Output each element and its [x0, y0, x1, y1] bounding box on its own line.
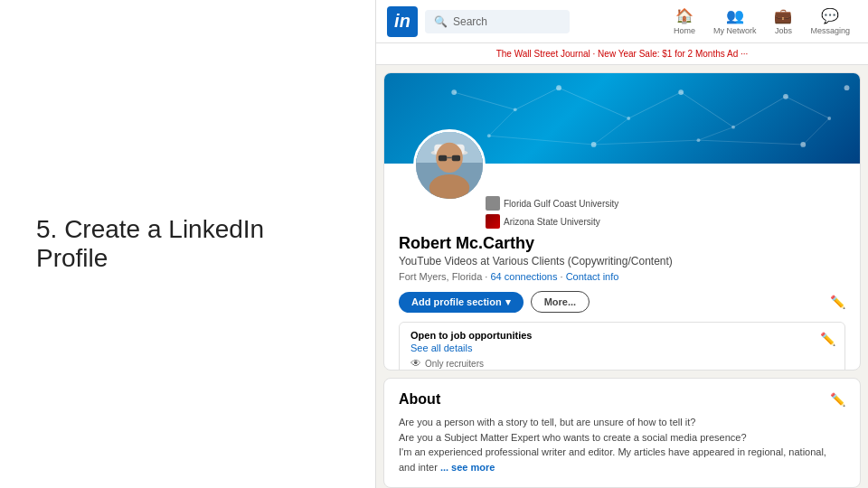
- slide-title: 5. Create a LinkedIn Profile: [36, 215, 339, 273]
- about-line-2: Are you a Subject Matter Expert who want…: [399, 432, 747, 443]
- open-to-work-section: ✏️ Open to job opportunities See all det…: [399, 322, 845, 371]
- svg-line-22: [698, 140, 803, 145]
- profile-name: Robert Mc.Carthy: [399, 234, 845, 253]
- nav-jobs[interactable]: 💼 Jobs: [767, 4, 799, 39]
- more-label: More...: [544, 296, 576, 307]
- fgcu-logo: [486, 196, 500, 211]
- add-section-label: Add profile section: [411, 296, 502, 307]
- asu-name: Arizona State University: [504, 217, 600, 227]
- otw-title: Open to job opportunities: [410, 330, 834, 341]
- svg-point-8: [844, 86, 850, 91]
- ad-banner: The Wall Street Journal · New Year Sale:…: [376, 43, 868, 65]
- svg-line-16: [628, 92, 681, 118]
- profile-top-row: Florida Gulf Coast University Arizona St…: [384, 164, 860, 229]
- nav-home-label: Home: [674, 26, 695, 35]
- search-placeholder: Search: [453, 15, 487, 28]
- location-text: Fort Myers, Florida: [399, 271, 482, 282]
- fgcu-name: Florida Gulf Coast University: [504, 199, 618, 209]
- more-button[interactable]: More...: [531, 291, 590, 313]
- svg-line-19: [786, 97, 829, 118]
- svg-line-13: [454, 92, 515, 109]
- left-panel: 5. Create a LinkedIn Profile: [0, 0, 375, 488]
- ad-banner-text: The Wall Street Journal · New Year Sale:…: [496, 49, 749, 59]
- profile-location: Fort Myers, Florida · 64 connections · C…: [399, 271, 845, 282]
- avatar-image: [416, 132, 483, 199]
- jobs-icon: 💼: [774, 7, 792, 24]
- svg-rect-33: [452, 155, 460, 161]
- profile-card: Florida Gulf Coast University Arizona St…: [383, 72, 861, 371]
- contact-info-link[interactable]: Contact info: [566, 271, 619, 282]
- otw-edit-icon[interactable]: ✏️: [820, 332, 835, 346]
- dropdown-icon: ▾: [505, 296, 511, 308]
- connections-link[interactable]: 64 connections: [490, 271, 557, 282]
- add-profile-section-button[interactable]: Add profile section ▾: [399, 292, 524, 313]
- eye-icon: 👁: [410, 357, 421, 370]
- linkedin-logo: in: [387, 6, 418, 37]
- svg-line-17: [681, 92, 733, 127]
- otw-visibility: 👁 Only recruiters: [410, 357, 834, 370]
- about-content: Are you a person with a story to tell, b…: [399, 415, 845, 474]
- svg-line-20: [489, 136, 594, 145]
- svg-line-18: [733, 97, 786, 127]
- search-bar[interactable]: 🔍 Search: [425, 10, 570, 33]
- svg-line-25: [698, 127, 733, 140]
- nav-network-label: My Network: [713, 26, 757, 35]
- nav-home[interactable]: 🏠 Home: [666, 4, 703, 39]
- nav-jobs-label: Jobs: [775, 26, 792, 35]
- profile-education: Florida Gulf Coast University Arizona St…: [486, 196, 630, 229]
- nav-messaging[interactable]: 💬 Messaging: [803, 4, 857, 39]
- linkedin-nav: in 🔍 Search 🏠 Home 👥 My Network 💼 Jobs 💬…: [376, 0, 868, 43]
- svg-rect-32: [439, 155, 447, 161]
- linkedin-screenshot: in 🔍 Search 🏠 Home 👥 My Network 💼 Jobs 💬…: [375, 0, 868, 488]
- svg-line-23: [489, 110, 515, 136]
- svg-line-24: [594, 118, 629, 145]
- svg-point-0: [451, 89, 457, 95]
- see-all-details-link[interactable]: See all details: [410, 343, 834, 353]
- about-card: About ✏️ Are you a person with a story t…: [383, 378, 861, 488]
- nav-network[interactable]: 👥 My Network: [706, 4, 764, 39]
- see-more-link[interactable]: ... see more: [440, 462, 495, 473]
- svg-line-26: [803, 118, 829, 145]
- home-icon: 🏠: [675, 7, 693, 24]
- messaging-icon: 💬: [821, 7, 839, 24]
- about-title: About: [399, 391, 440, 408]
- edu-item-asu: Arizona State University: [486, 214, 630, 229]
- svg-line-21: [594, 140, 699, 145]
- svg-line-15: [559, 89, 628, 119]
- about-section-header: About ✏️: [399, 391, 845, 408]
- about-line-1: Are you a person with a story to tell, b…: [399, 417, 695, 427]
- profile-actions: Add profile section ▾ More... ✏️: [384, 282, 860, 322]
- profile-headline: YouTube Videos at Various Clients (Copyw…: [399, 255, 845, 267]
- nav-messaging-label: Messaging: [810, 26, 850, 35]
- about-edit-icon[interactable]: ✏️: [830, 392, 845, 407]
- svg-point-4: [678, 89, 684, 95]
- svg-line-14: [515, 89, 559, 110]
- network-icon: 👥: [726, 7, 744, 24]
- visibility-text: Only recruiters: [425, 359, 484, 369]
- search-icon: 🔍: [434, 15, 448, 28]
- profile-details: Robert Mc.Carthy YouTube Videos at Vario…: [384, 229, 860, 282]
- asu-logo: [486, 214, 500, 229]
- nav-items: 🏠 Home 👥 My Network 💼 Jobs 💬 Messaging: [666, 4, 857, 39]
- profile-edit-icon[interactable]: ✏️: [830, 295, 845, 309]
- profile-avatar: [413, 129, 486, 202]
- edu-item-fgcu: Florida Gulf Coast University: [486, 196, 630, 211]
